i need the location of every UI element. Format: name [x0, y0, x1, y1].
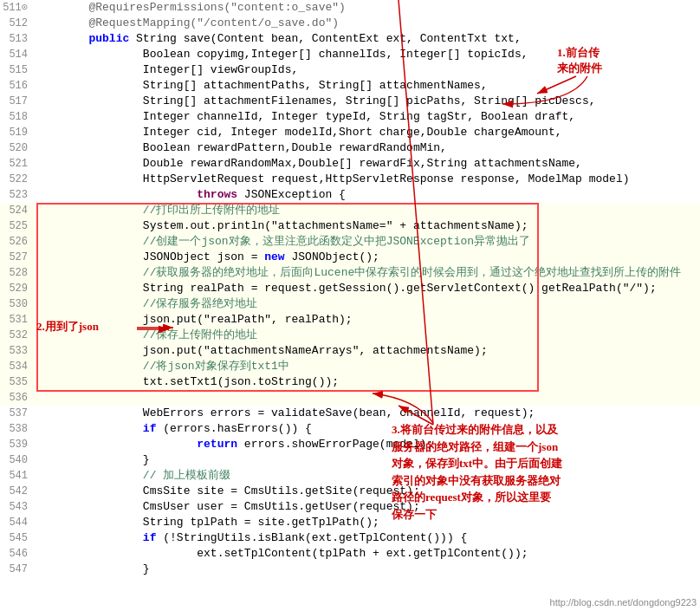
- line-text: json.put("attachmentsNameArrays", attach…: [35, 343, 700, 359]
- line-number: 520: [0, 140, 35, 156]
- line-number: 512: [0, 16, 35, 31]
- line-number: 523: [0, 187, 35, 203]
- watermark: http://blog.csdn.net/dongdong9223: [550, 597, 697, 608]
- line-number: 513: [0, 31, 35, 47]
- line-number: 535: [0, 374, 35, 390]
- line-text: String realPath = request.getSession().g…: [35, 281, 700, 296]
- code-line: 530 //保存服务器绝对地址: [0, 296, 700, 312]
- line-text: CmsUser user = CmsUtils.getUser(request)…: [35, 499, 700, 515]
- line-text: @RequiresPermissions("content:o_save"): [35, 0, 700, 16]
- code-line: 519 Integer cid, Integer modelId,Short c…: [0, 125, 700, 140]
- line-text: String tplPath = site.getTplPath();: [35, 515, 700, 530]
- line-number: 537: [0, 406, 35, 421]
- line-text: // 加上模板前缀: [35, 468, 700, 484]
- line-number: 540: [0, 452, 35, 468]
- code-line: 511⊙ @RequiresPermissions("content:o_sav…: [0, 0, 700, 16]
- line-number: 517: [0, 94, 35, 109]
- line-number: 521: [0, 156, 35, 172]
- line-number: 530: [0, 296, 35, 312]
- code-line: 539 return errors.showErrorPage(model);: [0, 437, 700, 452]
- line-text: //保存服务器绝对地址: [35, 296, 700, 312]
- line-text: txt.setTxt1(json.toString());: [35, 374, 700, 390]
- line-number: 515: [0, 62, 35, 78]
- code-line: 521 Double rewardRandomMax,Double[] rewa…: [0, 156, 700, 172]
- code-line: 546 ext.setTplContent(tplPath + ext.getT…: [0, 546, 700, 562]
- code-line: 520 Boolean rewardPattern,Double rewardR…: [0, 140, 700, 156]
- line-number: 546: [0, 546, 35, 562]
- code-lines: 511⊙ @RequiresPermissions("content:o_sav…: [0, 0, 700, 577]
- line-number: 511⊙: [0, 0, 35, 16]
- code-line: 528 //获取服务器的绝对地址，后面向Lucene中保存索引的时候会用到，通过…: [0, 265, 700, 281]
- code-line: 516 String[] attachmentPaths, String[] a…: [0, 78, 700, 94]
- line-text: //将json对象保存到txt1中: [35, 359, 700, 374]
- line-text: return errors.showErrorPage(model);: [35, 437, 700, 452]
- code-line: 532 //保存上传附件的地址: [0, 328, 700, 343]
- line-number: 544: [0, 515, 35, 530]
- code-line: 526 //创建一个json对象，这里注意此函数定义中把JSONExceptio…: [0, 234, 700, 250]
- line-number: 514: [0, 47, 35, 62]
- line-text: CmsSite site = CmsUtils.getSite(request)…: [35, 484, 700, 499]
- line-number: 516: [0, 78, 35, 94]
- code-line: 540 }: [0, 452, 700, 468]
- code-line: 538 if (errors.hasErrors()) {: [0, 421, 700, 437]
- line-number: 529: [0, 281, 35, 296]
- line-number: 534: [0, 359, 35, 374]
- line-text: ext.setTplContent(tplPath + ext.getTplCo…: [35, 546, 700, 562]
- line-text: Integer cid, Integer modelId,Short charg…: [35, 125, 700, 140]
- code-line: 547 }: [0, 562, 700, 577]
- line-text: if (errors.hasErrors()) {: [35, 421, 700, 437]
- code-line: 544 String tplPath = site.getTplPath();: [0, 515, 700, 530]
- code-line: 529 String realPath = request.getSession…: [0, 281, 700, 296]
- line-number: 518: [0, 109, 35, 125]
- line-text: //创建一个json对象，这里注意此函数定义中把JSONException异常抛…: [35, 234, 700, 250]
- code-line: 537 WebErrors errors = validateSave(bean…: [0, 406, 700, 421]
- line-number: 543: [0, 499, 35, 515]
- code-line: 524 //打印出所上传附件的地址: [0, 203, 700, 218]
- line-number: 545: [0, 530, 35, 546]
- line-text: Double rewardRandomMax,Double[] rewardFi…: [35, 156, 700, 172]
- annotation-2: 2.用到了json: [36, 319, 99, 335]
- line-text: Boolean rewardPattern,Double rewardRando…: [35, 140, 700, 156]
- line-text: throws JSONException {: [35, 187, 700, 203]
- code-line: 535 txt.setTxt1(json.toString());: [0, 374, 700, 390]
- annotation-1: 1.前台传来的附件: [557, 45, 602, 76]
- line-number: 542: [0, 484, 35, 499]
- line-number: 538: [0, 421, 35, 437]
- code-line: 518 Integer channelId, Integer typeId, S…: [0, 109, 700, 125]
- line-number: 522: [0, 172, 35, 187]
- code-line: 533 json.put("attachmentsNameArrays", at…: [0, 343, 700, 359]
- code-line: 523 throws JSONException {: [0, 187, 700, 203]
- line-text: json.put("realPath", realPath);: [35, 312, 700, 328]
- line-number: 527: [0, 250, 35, 265]
- code-container: 511⊙ @RequiresPermissions("content:o_sav…: [0, 0, 700, 611]
- line-text: if (!StringUtils.isBlank(ext.getTplConte…: [35, 530, 700, 546]
- line-number: 533: [0, 343, 35, 359]
- code-line: 522 HttpServletRequest request,HttpServl…: [0, 172, 700, 187]
- line-text: Integer channelId, Integer typeId, Strin…: [35, 109, 700, 125]
- line-text: JSONObject json = new JSONObject();: [35, 250, 700, 265]
- line-number: 547: [0, 562, 35, 577]
- code-line: 536: [0, 390, 700, 406]
- code-line: 525 System.out.println("attachmentsName=…: [0, 218, 700, 234]
- code-line: 542 CmsSite site = CmsUtils.getSite(requ…: [0, 484, 700, 499]
- line-number: 519: [0, 125, 35, 140]
- line-number: 536: [0, 390, 35, 406]
- code-line: 527 JSONObject json = new JSONObject();: [0, 250, 700, 265]
- line-text: String[] attachmentPaths, String[] attac…: [35, 78, 700, 94]
- code-line: 534 //将json对象保存到txt1中: [0, 359, 700, 374]
- line-number: 532: [0, 328, 35, 343]
- line-number: 525: [0, 218, 35, 234]
- line-text: @RequestMapping("/content/o_save.do"): [35, 16, 700, 31]
- line-number: 528: [0, 265, 35, 281]
- line-text: System.out.println("attachmentsName=" + …: [35, 218, 700, 234]
- line-number: 541: [0, 468, 35, 484]
- line-text: String[] attachmentFilenames, String[] p…: [35, 94, 700, 109]
- code-line: 543 CmsUser user = CmsUtils.getUser(requ…: [0, 499, 700, 515]
- line-number: 526: [0, 234, 35, 250]
- line-text: }: [35, 562, 700, 577]
- line-number: 531: [0, 312, 35, 328]
- code-line: 517 String[] attachmentFilenames, String…: [0, 94, 700, 109]
- line-text: HttpServletRequest request,HttpServletRe…: [35, 172, 700, 187]
- line-text: //保存上传附件的地址: [35, 328, 700, 343]
- line-number: 539: [0, 437, 35, 452]
